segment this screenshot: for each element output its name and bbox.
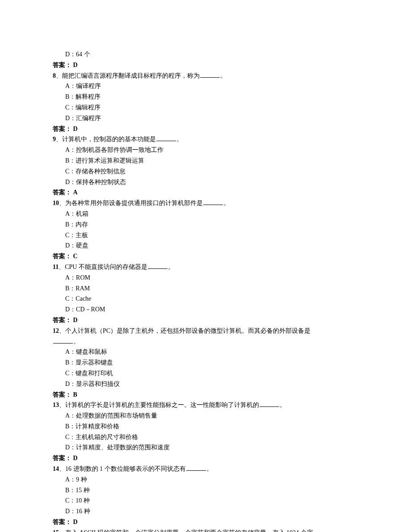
option-b: B：RAM (53, 283, 360, 294)
question-tail: 。 (220, 72, 226, 79)
question-line: 9、计算机中，控制器的的基本功能是。 (53, 134, 360, 145)
separator: 、 (59, 402, 65, 408)
question-line: 13、计算机的字长是计算机的主要性能指标之一。这一性能影响了计算机的。 (53, 400, 360, 411)
question-text: 个人计算机（PC）是除了主机外，还包括外部设备的微型计算机。而其必备的外部设备是 (65, 327, 310, 334)
question-text: CPU 不能直接访问的存储器是 (65, 264, 147, 270)
answer-line: 答案： C (53, 251, 360, 262)
question-text: 计算机的字长是计算机的主要性能指标之一。这一性能影响了计算机的 (65, 402, 259, 408)
option-c: C：主机机箱的尺寸和价格 (53, 432, 360, 443)
option-c: C：10 种 (53, 495, 360, 506)
option-b: B：显示器和键盘 (53, 357, 360, 368)
question-tail: 。 (168, 264, 174, 270)
question-number: 8 (53, 72, 56, 79)
option-a: A：9 种 (53, 474, 360, 485)
option-c: C：Cache (53, 293, 360, 304)
blank (200, 71, 220, 78)
option-a: A：编译程序 (53, 81, 360, 92)
question-number: 13 (53, 402, 59, 408)
option-a: A：处理数据的范围和市场销售量 (53, 411, 360, 421)
option-b: B：内存 (53, 219, 360, 230)
separator: 、 (56, 136, 62, 142)
blank (148, 263, 168, 269)
question-line: 14、16 进制数的 1 个数位能够表示的不同状态有。 (53, 464, 360, 474)
option-d: D：CD－ROM (53, 304, 360, 315)
separator: 、 (59, 200, 65, 206)
option-c: C：编辑程序 (53, 102, 360, 113)
question-tail: 。 (73, 338, 80, 345)
question-line-2: 。 (53, 336, 360, 347)
blank (203, 199, 223, 205)
question-line: 15、存入 ASCII 码的字符和一个汉字分别需要一个字节和两个字节的存储容量。… (53, 528, 360, 532)
question-number: 10 (53, 200, 59, 206)
answer-line: 答案： D (53, 315, 360, 326)
option-d: D：汇编程序 (53, 113, 360, 124)
answer-line: 答案： D (53, 60, 360, 71)
option-b: B：解释程序 (53, 92, 360, 102)
option-b: B：计算精度和价格 (53, 421, 360, 432)
option-d: D：64 个 (53, 49, 360, 60)
answer-line: 答案： B (53, 390, 360, 400)
option-b: B：进行算术运算和逻辑运算 (53, 155, 360, 166)
blank (260, 401, 279, 407)
option-a: A：键盘和鼠标 (53, 347, 360, 357)
question-text: 计算机中，控制器的的基本功能是 (62, 136, 156, 142)
answer-line: 答案： A (53, 187, 360, 198)
separator: 、 (59, 264, 65, 270)
option-a: A：控制机器各部件协调一致地工作 (53, 145, 360, 155)
answer-line: 答案： D (53, 517, 360, 528)
question-line: 8、能把汇编语言源程序翻译成目标程序的程序，称为。 (53, 71, 360, 81)
option-c: C：主板 (53, 230, 360, 241)
option-b: B：15 种 (53, 485, 360, 496)
question-number: 9 (53, 136, 56, 142)
question-text: 为各种常用外部设备提供通用接口的计算机部件是 (65, 200, 203, 206)
blank (53, 337, 73, 343)
option-d: D：保持各种控制状态 (53, 177, 360, 188)
question-tail: 。 (223, 200, 230, 206)
option-d: D：16 种 (53, 506, 360, 517)
separator: 、 (59, 327, 65, 334)
question-number: 14 (53, 465, 59, 472)
question-number: 12 (53, 327, 59, 334)
question-text: 能把汇编语言源程序翻译成目标程序的程序，称为 (62, 72, 200, 79)
answer-line: 答案： D (53, 124, 360, 134)
document-page: D：64 个 答案： D 8、能把汇编语言源程序翻译成目标程序的程序，称为。 A… (0, 0, 411, 532)
option-a: A：机箱 (53, 209, 360, 219)
blank (156, 135, 176, 142)
question-number: 11 (53, 264, 59, 270)
option-d: D：计算精度、处理数据的范围和速度 (53, 442, 360, 453)
separator: 、 (59, 529, 65, 532)
question-number: 15 (53, 529, 59, 532)
separator: 、 (56, 72, 62, 79)
option-d: D：硬盘 (53, 240, 360, 251)
option-a: A：ROM (53, 272, 360, 283)
separator: 、 (59, 465, 65, 472)
option-c: C：存储各种控制信息 (53, 166, 360, 177)
option-c: C：键盘和打印机 (53, 368, 360, 379)
question-line: 10、为各种常用外部设备提供通用接口的计算机部件是。 (53, 198, 360, 209)
question-text: 存入 ASCII 码的字符和一个汉字分别需要一个字节和两个字节的存储容量。存入 … (65, 529, 313, 532)
question-line: 12、个人计算机（PC）是除了主机外，还包括外部设备的微型计算机。而其必备的外部… (53, 326, 360, 336)
question-tail: 。 (176, 136, 183, 142)
answer-line: 答案： D (53, 453, 360, 464)
question-line: 11、CPU 不能直接访问的存储器是。 (53, 262, 360, 272)
question-text: 16 进制数的 1 个数位能够表示的不同状态有 (65, 465, 186, 472)
blank (186, 465, 206, 471)
question-tail: 。 (280, 402, 286, 408)
question-tail: 。 (206, 465, 213, 472)
option-d: D：显示器和扫描仪 (53, 379, 360, 390)
